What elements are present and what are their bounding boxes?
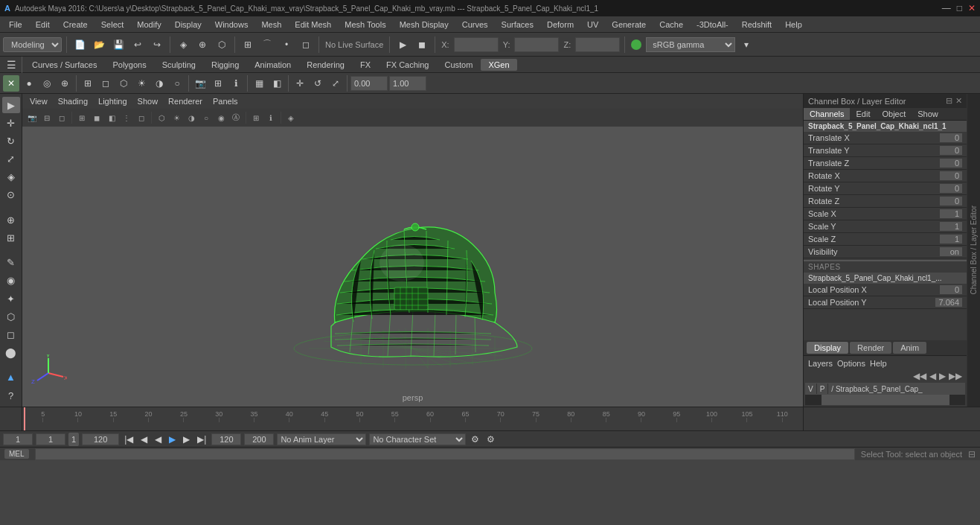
rotate-val-field[interactable] [350,76,388,91]
maximize-button[interactable]: □ [957,3,962,13]
shadow-icon[interactable]: ◑ [151,75,167,92]
vp-wireframe-icon[interactable]: ⊞ [75,111,89,124]
menu-deform[interactable]: Deform [541,19,580,31]
cb-close-icon[interactable]: ✕ [955,96,962,106]
menu-3dto-all[interactable]: -3DtoAll- [691,19,734,31]
mel-tag[interactable]: MEL [4,449,29,459]
rotate-tool[interactable]: ↻ [2,133,20,149]
vp-bounding-icon[interactable]: ◻ [135,111,148,124]
channel-scale-y[interactable]: Scale Y 1 [804,220,967,233]
render-icon[interactable]: ▶ [394,36,411,53]
channel-local-pos-x[interactable]: Local Position X 0 [804,284,967,296]
vp-isolate-icon[interactable]: ◈ [284,111,298,124]
tab-sculpting[interactable]: Sculpting [155,59,203,71]
tab-xgen[interactable]: XGen [481,59,516,71]
layer-arrow-left2[interactable]: ◀ [929,371,936,381]
xform-icon[interactable]: ⊕ [57,75,73,92]
ipr-icon[interactable]: ◼ [414,36,430,53]
channel-rotate-y[interactable]: Rotate Y 0 [804,182,967,195]
open-file-icon[interactable]: 📂 [91,36,107,53]
vp-menu-lighting[interactable]: Lighting [94,96,132,106]
new-file-icon[interactable]: 📄 [71,36,88,53]
light-icon[interactable]: ☀ [133,75,150,92]
vp-camera-icon[interactable]: 📷 [25,111,39,124]
viewport-3d[interactable]: X Y Z persp [22,127,803,407]
menu-windows[interactable]: Windows [209,19,254,31]
playback-max-field[interactable] [244,433,274,445]
command-input[interactable] [35,448,855,460]
layer-scroll-thumb[interactable] [822,395,949,405]
uv-icon[interactable]: ◧ [269,75,285,92]
soft-mod-tool[interactable]: ⊙ [2,187,20,203]
xray-icon[interactable]: ○ [169,75,185,92]
menu-mesh-display[interactable]: Mesh Display [394,19,455,31]
layer-p[interactable]: P [820,385,825,393]
vp-points-icon[interactable]: ⋮ [120,111,133,124]
menu-cache[interactable]: Cache [653,19,689,31]
joint-tool[interactable]: ✦ [2,290,20,307]
vp-menu-panels[interactable]: Panels [208,96,243,106]
paint-effects[interactable]: ✎ [2,255,20,271]
bt-tab-render[interactable]: Render [850,342,891,354]
move-tool[interactable]: ✛ [2,115,20,131]
snap-together[interactable]: ⊞ [2,229,20,246]
tab-curves-surfaces[interactable]: Curves / Surfaces [25,59,104,71]
close-button[interactable]: ✕ [968,3,976,13]
layer-v[interactable]: V [808,385,813,393]
ik-tool[interactable]: ⬡ [2,308,20,325]
menu-surfaces[interactable]: Surfaces [496,19,539,31]
tab-custom[interactable]: Custom [438,59,481,71]
vp-dof-icon[interactable]: ◉ [214,111,228,124]
y-field[interactable] [514,37,559,52]
vp-shadow-icon[interactable]: ◑ [185,111,198,124]
char-anim-icon[interactable]: ⚙ [484,434,497,445]
vp-heads-up-icon[interactable]: ℹ [264,111,278,124]
cb-tab-show[interactable]: Show [912,108,944,120]
weight-tool[interactable]: ⬤ [2,344,20,360]
universal-tool[interactable]: ◈ [2,169,20,185]
select-tool-icon[interactable]: ◈ [175,36,191,53]
cb-float-icon[interactable]: ⊟ [946,96,952,106]
tab-polygons[interactable]: Polygons [105,59,153,71]
go-start-button[interactable]: |◀ [122,434,135,445]
go-end-button[interactable]: ▶| [195,434,208,445]
channel-local-pos-y[interactable]: Local Position Y 7.064 [804,296,967,309]
bt-tab-anim[interactable]: Anim [893,342,926,354]
vp-menu-shading[interactable]: Shading [54,96,92,106]
x-field[interactable] [454,37,499,52]
snap-curve-icon[interactable]: ⌒ [259,36,275,53]
prev-frame-button[interactable]: ◀ [138,434,150,445]
next-frame-button[interactable]: ▶ [181,434,192,445]
channel-rotate-z[interactable]: Rotate Z 0 [804,195,967,208]
snap-grid-icon[interactable]: ⊞ [240,36,256,53]
layer-scrollbar[interactable] [805,395,965,405]
grid-icon[interactable]: ⊞ [210,75,226,92]
select-tool[interactable]: ▶ [2,97,20,113]
menu-file[interactable]: File [3,19,28,31]
paint-icon[interactable]: ⬡ [214,36,230,53]
rotate-tool-icon[interactable]: ↺ [310,75,326,92]
menu-modify[interactable]: Modify [131,19,167,31]
layer-arrow-right2[interactable]: ▶▶ [949,371,962,381]
playback-end-field[interactable] [211,433,241,445]
end-frame-field[interactable] [82,433,119,445]
vp-menu-renderer[interactable]: Renderer [164,96,207,106]
timeline-ruler[interactable]: 5 10 15 20 25 30 35 40 45 50 55 60 65 70… [22,407,803,430]
redo-icon[interactable]: ↪ [149,36,165,53]
smooth-icon[interactable]: ◻ [97,75,114,92]
tab-animation[interactable]: Animation [247,59,298,71]
vp-grid-visible-icon[interactable]: ⊞ [249,111,263,124]
scale-val-field[interactable] [389,76,426,91]
status-icon[interactable]: ⊟ [968,449,976,459]
sculpt-tool[interactable]: ◉ [2,273,20,289]
z-field[interactable] [575,37,620,52]
vp-shade-wire-icon[interactable]: ◧ [105,111,118,124]
layers-menu-options[interactable]: Options [837,359,865,368]
menu-select[interactable]: Select [95,19,130,31]
menu-edit[interactable]: Edit [30,19,56,31]
vp-menu-show[interactable]: Show [133,96,163,106]
layer-arrow-left[interactable]: ◀◀ [913,371,926,381]
menu-mesh[interactable]: Mesh [255,19,287,31]
bt-tab-display[interactable]: Display [807,342,848,354]
lasso-icon[interactable]: ⊕ [194,36,211,53]
